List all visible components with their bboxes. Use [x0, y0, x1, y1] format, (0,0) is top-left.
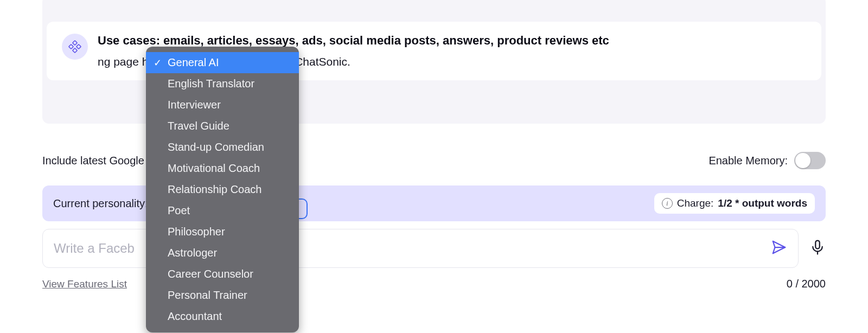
dropdown-item[interactable]: Travel Guide — [146, 116, 299, 137]
charge-label: Charge: — [677, 197, 714, 209]
dropdown-item[interactable]: Accountant — [146, 306, 299, 327]
personality-dropdown[interactable]: General AIEnglish TranslatorInterviewerT… — [146, 47, 299, 332]
dropdown-item[interactable]: Interviewer — [146, 94, 299, 116]
svg-rect-0 — [73, 41, 77, 45]
dropdown-item[interactable]: Philosopher — [146, 221, 299, 242]
dropdown-item[interactable]: Poet — [146, 200, 299, 221]
use-case-title: Use cases: emails, articles, essays, ads… — [98, 34, 806, 48]
dropdown-item[interactable]: Career Counselor — [146, 264, 299, 285]
input-placeholder: Write a Faceb — [54, 241, 135, 256]
dropdown-item[interactable]: Stand-up Comedian — [146, 137, 299, 158]
microphone-icon[interactable] — [809, 239, 826, 258]
charge-box: i Charge: 1/2 * output words — [654, 193, 815, 214]
dropdown-item[interactable]: General AI — [146, 52, 299, 73]
view-features-link[interactable]: View Features List — [42, 278, 127, 290]
char-counter: 0 / 2000 — [787, 278, 826, 290]
svg-rect-3 — [73, 48, 77, 53]
dropdown-item[interactable]: English Translator — [146, 73, 299, 94]
svg-rect-1 — [69, 44, 73, 49]
memory-toggle[interactable] — [794, 152, 826, 169]
dropdown-item[interactable]: Astrologer — [146, 242, 299, 264]
send-icon[interactable] — [771, 239, 787, 258]
charge-value: 1/2 * output words — [718, 197, 807, 209]
svg-rect-5 — [815, 241, 820, 249]
dropdown-item[interactable]: Personal Trainer — [146, 285, 299, 306]
google-data-label: Include latest Google — [42, 155, 144, 167]
sparkle-icon — [62, 34, 88, 60]
dropdown-item[interactable]: Relationship Coach — [146, 179, 299, 200]
svg-rect-2 — [76, 44, 81, 49]
info-icon[interactable]: i — [662, 198, 673, 209]
personality-label: Current personality: — [53, 197, 148, 210]
dropdown-item[interactable]: Motivational Coach — [146, 158, 299, 179]
memory-label: Enable Memory: — [709, 155, 788, 167]
